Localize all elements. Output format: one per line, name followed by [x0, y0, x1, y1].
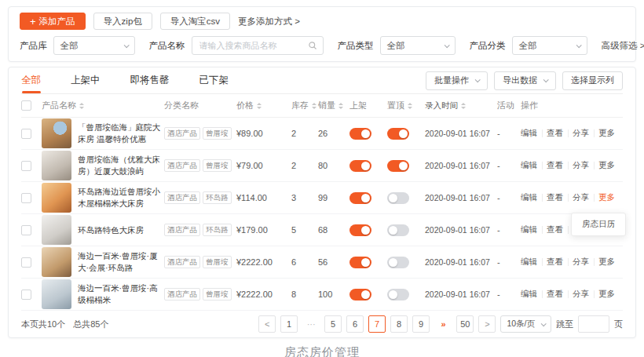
top-cell	[387, 128, 425, 140]
import-taobao-csv-button[interactable]: 导入淘宝csv	[160, 13, 230, 30]
shelf-toggle[interactable]	[349, 224, 371, 236]
jump-page-input[interactable]	[578, 315, 609, 333]
row-checkbox[interactable]	[21, 290, 31, 300]
export-data-button[interactable]: 导出数据	[494, 71, 556, 90]
shelf-toggle[interactable]	[349, 192, 371, 204]
op-link-1[interactable]: 编辑	[521, 128, 542, 139]
product-library-select[interactable]: 全部	[53, 36, 135, 55]
tab-bar: 全部上架中即将售罄已下架 批量操作 导出数据 选择显示列	[21, 67, 623, 94]
choose-columns-button[interactable]: 选择显示列	[562, 71, 623, 90]
add-product-label: 添加产品	[39, 16, 75, 27]
op-link-3[interactable]: 分享	[568, 257, 594, 268]
top-toggle[interactable]	[387, 224, 409, 236]
tab-3[interactable]: 即将售罄	[130, 67, 170, 93]
row-checkbox[interactable]	[21, 257, 31, 268]
op-link-4[interactable]: 更多	[594, 289, 620, 300]
row-checkbox[interactable]	[21, 193, 31, 203]
shelf-toggle[interactable]	[349, 289, 371, 301]
row-checkbox[interactable]	[21, 161, 31, 171]
sort-icon[interactable]	[461, 103, 466, 109]
page-size-select[interactable]: 10条/页	[500, 315, 551, 333]
category-cell: 酒店产品环岛路	[164, 191, 236, 204]
product-name[interactable]: 曾厝垵临海（优雅大床房）近厦大鼓浪屿	[78, 154, 164, 177]
product-name[interactable]: 环岛路特色大床房	[78, 224, 144, 236]
tabs: 全部上架中即将售罄已下架	[21, 67, 258, 93]
advanced-filter-link[interactable]: 高级筛选 >	[602, 40, 644, 52]
tab-4[interactable]: 已下架	[199, 67, 229, 93]
room-calendar-menu-item[interactable]: 房态日历	[571, 213, 626, 236]
op-link-3[interactable]: 分享	[568, 128, 594, 139]
op-link-1[interactable]: 编辑	[521, 289, 542, 300]
op-link-4[interactable]: 更多	[594, 192, 620, 203]
column-header-5[interactable]: 销量	[318, 100, 349, 111]
page-button-7[interactable]: 7	[368, 315, 386, 333]
op-link-1[interactable]: 编辑	[521, 192, 542, 203]
op-link-3[interactable]: 分享	[568, 289, 594, 300]
op-link-4[interactable]: 更多	[594, 160, 620, 171]
column-header-8[interactable]: 录入时间	[425, 100, 497, 111]
page-button-50[interactable]: 50	[456, 315, 474, 333]
row-checkbox[interactable]	[21, 225, 31, 235]
sort-icon[interactable]	[257, 103, 262, 109]
op-link-1[interactable]: 编辑	[521, 224, 542, 235]
column-header-1[interactable]: 产品名称	[42, 100, 164, 111]
sales-cell: 100	[318, 290, 349, 299]
row-checkbox[interactable]	[21, 129, 31, 139]
op-link-4[interactable]: 更多	[594, 128, 620, 139]
jump-forward-button[interactable]: »	[434, 315, 452, 333]
shelf-toggle[interactable]	[349, 160, 371, 172]
op-link-2[interactable]: 查看	[542, 224, 568, 235]
activity-cell: -	[497, 257, 521, 267]
product-category-select[interactable]: 全部	[512, 36, 587, 55]
product-thumbnail	[42, 151, 71, 180]
shelf-toggle[interactable]	[349, 128, 371, 140]
op-link-2[interactable]: 查看	[542, 289, 568, 300]
shelf-toggle[interactable]	[349, 257, 371, 268]
op-link-2[interactable]: 查看	[542, 192, 568, 203]
op-link-2[interactable]: 查看	[542, 160, 568, 171]
column-header-7[interactable]: 置顶	[387, 100, 425, 111]
product-name[interactable]: 海边一百米·曾厝垵·厦大·会展·环岛路	[78, 250, 164, 274]
product-name[interactable]: 海边一百米·曾厝垵·高级榻榻米	[78, 282, 164, 306]
top-toggle[interactable]	[387, 289, 409, 301]
page-button-1[interactable]: 1	[280, 315, 298, 333]
batch-operations-button[interactable]: 批量操作	[426, 71, 488, 90]
top-toggle[interactable]	[387, 192, 409, 204]
page-button-8[interactable]: 8	[390, 315, 408, 333]
top-toggle[interactable]	[387, 160, 409, 172]
add-product-button[interactable]: + 添加产品	[20, 13, 86, 30]
column-header-3[interactable]: 价格	[236, 100, 291, 111]
column-header-4[interactable]: 库存	[291, 100, 318, 111]
op-link-3[interactable]: 分享	[568, 192, 594, 203]
sort-icon[interactable]	[79, 103, 84, 109]
top-toggle[interactable]	[387, 257, 409, 268]
product-thumbnail	[42, 215, 71, 245]
op-link-2[interactable]: 查看	[542, 257, 568, 268]
op-link-2[interactable]: 查看	[542, 128, 568, 139]
page-button-9[interactable]: 9	[412, 315, 430, 333]
top-toggle[interactable]	[387, 128, 409, 140]
tab-1[interactable]: 全部	[21, 67, 41, 93]
product-type-select[interactable]: 全部	[380, 36, 456, 55]
op-link-4[interactable]: 更多	[594, 257, 620, 268]
next-page-button[interactable]: >	[478, 315, 496, 333]
search-icon[interactable]	[308, 41, 317, 50]
sort-icon[interactable]	[338, 103, 343, 109]
prev-page-button[interactable]: <	[258, 315, 276, 333]
sort-icon[interactable]	[408, 103, 412, 109]
op-link-1[interactable]: 编辑	[521, 160, 542, 171]
product-name[interactable]: 「曾厝垵临海」庭院大床房 温馨特价优惠	[78, 122, 164, 145]
product-name[interactable]: 环岛路海边近曾厝垵小木屋榻榻米大床房	[78, 186, 164, 209]
row-checkbox-cell	[21, 161, 42, 171]
search-input[interactable]	[198, 40, 308, 51]
op-link-1[interactable]: 编辑	[521, 257, 542, 268]
page-button-6[interactable]: 6	[346, 315, 364, 333]
import-zip-button[interactable]: 导入zip包	[93, 13, 152, 30]
operations-cell: 编辑查看分享更多	[521, 257, 623, 268]
page-button-5[interactable]: 5	[324, 315, 342, 333]
tab-2[interactable]: 上架中	[71, 67, 101, 93]
select-all-checkbox[interactable]	[21, 100, 31, 111]
sort-icon[interactable]	[312, 103, 317, 109]
op-link-3[interactable]: 分享	[568, 160, 594, 171]
more-add-methods-link[interactable]: 更多添加方式 >	[238, 16, 300, 27]
